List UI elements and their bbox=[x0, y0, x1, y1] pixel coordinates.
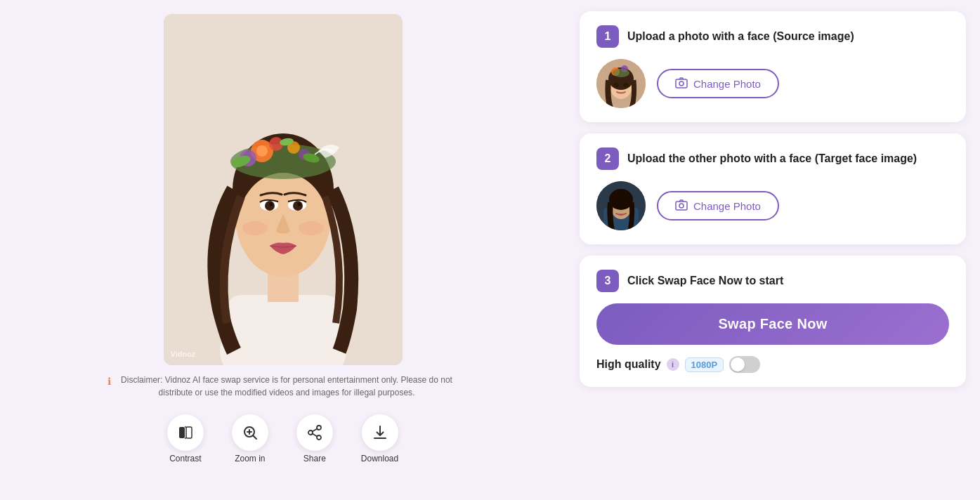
contrast-label: Contrast bbox=[169, 454, 201, 463]
source-change-photo-button[interactable]: Change Photo bbox=[657, 69, 779, 98]
zoom-icon bbox=[232, 414, 268, 451]
main-image-container: Vidnoz bbox=[164, 14, 403, 365]
target-face-thumbnail bbox=[596, 181, 646, 230]
share-button[interactable]: Share bbox=[296, 414, 333, 463]
step-2-header: 2 Upload the other photo with a face (Ta… bbox=[596, 147, 949, 170]
disclaimer-icon: ℹ bbox=[107, 374, 111, 389]
quality-badge: 1080P bbox=[685, 357, 724, 372]
svg-line-36 bbox=[312, 434, 317, 437]
svg-point-47 bbox=[613, 69, 629, 77]
target-change-photo-label: Change Photo bbox=[693, 200, 761, 212]
step-2-title: Upload the other photo with a face (Targ… bbox=[627, 151, 917, 166]
change-photo-icon-2 bbox=[675, 199, 688, 212]
step-1-title: Upload a photo with a face (Source image… bbox=[627, 29, 854, 44]
step-1-card: 1 Upload a photo with a face (Source ima… bbox=[580, 11, 966, 122]
svg-point-11 bbox=[269, 203, 273, 206]
svg-point-44 bbox=[623, 83, 629, 87]
svg-point-34 bbox=[308, 430, 313, 435]
step-3-title: Click Swap Face Now to start bbox=[627, 273, 783, 289]
step-3-card: 3 Click Swap Face Now to start Swap Face… bbox=[580, 256, 966, 387]
change-photo-icon bbox=[675, 77, 688, 90]
svg-point-54 bbox=[613, 204, 619, 209]
zoom-button[interactable]: Zoom in bbox=[232, 414, 268, 463]
step-3-header: 3 Click Swap Face Now to start bbox=[596, 270, 949, 292]
step-1-content: Change Photo bbox=[596, 59, 949, 108]
step-1-header: 1 Upload a photo with a face (Source ima… bbox=[596, 25, 949, 48]
svg-point-35 bbox=[317, 435, 321, 440]
svg-rect-25 bbox=[179, 427, 185, 438]
share-label: Share bbox=[303, 454, 326, 463]
step-2-badge: 2 bbox=[596, 147, 619, 170]
disclaimer: ℹ Disclaimer: Vidnoz AI face swap servic… bbox=[107, 374, 459, 399]
svg-line-30 bbox=[253, 436, 256, 440]
svg-rect-26 bbox=[186, 427, 192, 438]
download-label: Download bbox=[361, 454, 398, 463]
source-face-thumbnail bbox=[596, 59, 646, 108]
step-1-badge: 1 bbox=[596, 25, 619, 48]
quality-row: High quality i 1080P bbox=[596, 356, 949, 373]
step-2-content: Change Photo bbox=[596, 181, 949, 230]
svg-point-14 bbox=[299, 221, 324, 235]
download-button[interactable]: Download bbox=[361, 414, 398, 463]
svg-point-9 bbox=[265, 201, 275, 211]
step-2-card: 2 Upload the other photo with a face (Ta… bbox=[580, 133, 966, 244]
watermark: Vidnoz bbox=[171, 350, 196, 358]
svg-point-33 bbox=[317, 426, 321, 430]
svg-point-43 bbox=[613, 83, 619, 87]
svg-point-10 bbox=[293, 201, 303, 211]
zoom-label: Zoom in bbox=[235, 454, 265, 463]
source-change-photo-label: Change Photo bbox=[693, 78, 761, 90]
svg-point-57 bbox=[679, 204, 684, 208]
quality-label: High quality bbox=[596, 358, 661, 371]
svg-point-12 bbox=[297, 203, 301, 206]
contrast-icon bbox=[167, 414, 204, 451]
right-panel: 1 Upload a photo with a face (Source ima… bbox=[566, 0, 980, 500]
step-3-badge: 3 bbox=[596, 270, 619, 292]
svg-point-13 bbox=[242, 221, 268, 235]
svg-rect-2 bbox=[227, 295, 339, 365]
svg-rect-56 bbox=[676, 202, 687, 210]
left-panel: Vidnoz ℹ Disclaimer: Vidnoz AI face swap… bbox=[0, 0, 566, 500]
quality-toggle[interactable] bbox=[729, 356, 760, 373]
download-icon bbox=[362, 414, 398, 451]
svg-point-17 bbox=[256, 145, 268, 157]
svg-line-37 bbox=[312, 429, 317, 432]
target-change-photo-button[interactable]: Change Photo bbox=[657, 191, 779, 221]
share-icon bbox=[296, 414, 333, 451]
svg-rect-48 bbox=[676, 79, 687, 88]
svg-point-55 bbox=[623, 204, 629, 209]
disclaimer-text: Disclaimer: Vidnoz AI face swap service … bbox=[115, 374, 459, 399]
quality-info-icon[interactable]: i bbox=[667, 358, 679, 371]
svg-point-49 bbox=[679, 81, 684, 86]
bottom-toolbar: Contrast Zoom in bbox=[153, 409, 412, 471]
contrast-button[interactable]: Contrast bbox=[167, 414, 204, 463]
swap-face-button[interactable]: Swap Face Now bbox=[596, 303, 949, 345]
